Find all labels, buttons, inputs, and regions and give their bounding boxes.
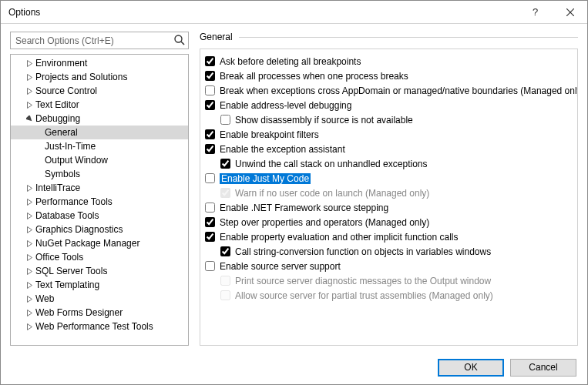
option-checkbox[interactable] (205, 261, 215, 271)
twisty-closed-icon[interactable] (25, 183, 34, 192)
twisty-closed-icon[interactable] (25, 280, 34, 290)
tree-item-label: IntelliTrace (35, 182, 80, 193)
option-checkbox[interactable] (205, 100, 215, 110)
option-checkbox[interactable] (205, 232, 215, 242)
tree-item-label: Office Tools (35, 252, 83, 263)
option-row: Enable .NET Framework source stepping (205, 200, 574, 215)
tree-item[interactable]: Debugging (11, 112, 188, 126)
ok-button[interactable]: OK (438, 359, 504, 377)
category-tree[interactable]: EnvironmentProjects and SolutionsSource … (10, 54, 189, 346)
close-icon (566, 8, 574, 16)
options-list[interactable]: Ask before deleting all breakpointsBreak… (200, 49, 578, 346)
option-label: Enable breakpoint filters (220, 129, 319, 140)
option-row: Enable address-level debugging (205, 98, 574, 112)
window-title: Options (8, 7, 518, 18)
tree-item[interactable]: Projects and Solutions (11, 70, 188, 84)
tree-item-label: Text Editor (35, 99, 79, 110)
option-checkbox[interactable] (205, 56, 215, 66)
twisty-closed-icon[interactable] (25, 322, 34, 331)
dialog-footer: OK Cancel (1, 350, 587, 384)
tree-item[interactable]: General (11, 126, 188, 139)
tree-item[interactable]: Database Tools (11, 209, 188, 223)
left-panel: EnvironmentProjects and SolutionsSource … (10, 32, 189, 346)
tree-item[interactable]: NuGet Package Manager (11, 236, 188, 250)
option-row: Break all processes when one process bre… (205, 69, 574, 83)
twisty-closed-icon[interactable] (25, 308, 34, 317)
tree-item[interactable]: Text Templating (11, 278, 188, 292)
option-label: Warn if no user code on launch (Managed … (235, 188, 429, 199)
twisty-closed-icon[interactable] (25, 72, 34, 82)
option-row: Ask before deleting all breakpoints (205, 54, 574, 69)
option-checkbox[interactable] (205, 203, 215, 213)
group-header: General (200, 32, 578, 42)
search-container (10, 32, 189, 49)
option-label: Enable the exception assistant (220, 144, 345, 155)
twisty-closed-icon[interactable] (25, 253, 34, 262)
option-label: Unwind the call stack on unhandled excep… (235, 159, 428, 169)
option-row: Call string-conversion function on objec… (220, 244, 574, 259)
option-checkbox[interactable] (205, 144, 215, 154)
tree-item[interactable]: Text Editor (11, 98, 188, 112)
twisty-closed-icon[interactable] (25, 266, 34, 276)
option-label: Step over properties and operators (Mana… (220, 217, 429, 228)
tree-item[interactable]: Web Forms Designer (11, 306, 188, 320)
cancel-button[interactable]: Cancel (510, 359, 576, 377)
option-checkbox[interactable] (205, 173, 215, 183)
tree-item-label: Web (35, 293, 54, 304)
option-checkbox[interactable] (205, 129, 215, 139)
tree-item-label: Graphics Diagnostics (35, 224, 123, 235)
twisty-open-icon[interactable] (25, 114, 34, 123)
option-label: Ask before deleting all breakpoints (220, 56, 361, 67)
search-input[interactable] (10, 32, 189, 49)
titlebar: Options ? (1, 1, 587, 24)
option-label: Show disassembly if source is not availa… (235, 115, 413, 126)
twisty-closed-icon[interactable] (25, 59, 34, 68)
tree-item[interactable]: Office Tools (11, 250, 188, 264)
tree-item[interactable]: IntelliTrace (11, 181, 188, 195)
twisty-closed-icon[interactable] (25, 294, 34, 303)
tree-item[interactable]: Output Window (11, 153, 188, 167)
option-label: Print source server diagnostic messages … (235, 276, 491, 286)
option-checkbox[interactable] (205, 71, 215, 81)
option-checkbox[interactable] (220, 115, 230, 125)
option-row: Step over properties and operators (Mana… (205, 215, 574, 229)
tree-item-label: Source Control (35, 85, 97, 96)
option-label: Enable Just My Code (220, 173, 311, 184)
tree-item[interactable]: Environment (11, 56, 188, 70)
tree-item-label: Web Forms Designer (35, 307, 123, 318)
option-label: Call string-conversion function on objec… (235, 246, 491, 257)
tree-item[interactable]: Symbols (11, 167, 188, 181)
tree-item[interactable]: Just-In-Time (11, 139, 188, 153)
tree-item-label: Projects and Solutions (35, 72, 127, 82)
option-checkbox[interactable] (220, 246, 230, 256)
option-row: Enable source server support (205, 259, 574, 273)
option-label: Enable address-level debugging (220, 100, 351, 111)
option-checkbox[interactable] (220, 159, 230, 169)
twisty-closed-icon[interactable] (25, 211, 34, 220)
tree-item[interactable]: SQL Server Tools (11, 264, 188, 278)
option-checkbox (220, 290, 230, 300)
twisty-closed-icon[interactable] (25, 239, 34, 248)
option-checkbox[interactable] (205, 217, 215, 227)
close-button[interactable] (553, 1, 587, 24)
tree-item-label: Environment (35, 58, 87, 69)
tree-item[interactable]: Graphics Diagnostics (11, 223, 188, 236)
tree-item-label: Output Window (45, 155, 108, 166)
option-label: Enable .NET Framework source stepping (220, 203, 388, 213)
tree-item[interactable]: Source Control (11, 84, 188, 98)
option-checkbox (220, 188, 230, 198)
tree-item[interactable]: Web (11, 292, 188, 306)
option-row: Enable breakpoint filters (205, 127, 574, 142)
option-checkbox[interactable] (205, 85, 215, 95)
option-row: Warn if no user code on launch (Managed … (220, 186, 574, 200)
twisty-closed-icon[interactable] (25, 86, 34, 95)
help-button[interactable]: ? (518, 1, 553, 24)
option-row: Enable property evaluation and other imp… (205, 229, 574, 244)
tree-item[interactable]: Web Performance Test Tools (11, 320, 188, 333)
tree-item[interactable]: Performance Tools (11, 195, 188, 209)
option-row: Enable Just My Code (205, 171, 574, 186)
twisty-closed-icon[interactable] (25, 225, 34, 234)
twisty-closed-icon[interactable] (25, 197, 34, 206)
tree-item-label: NuGet Package Manager (35, 238, 139, 249)
twisty-closed-icon[interactable] (25, 100, 34, 109)
